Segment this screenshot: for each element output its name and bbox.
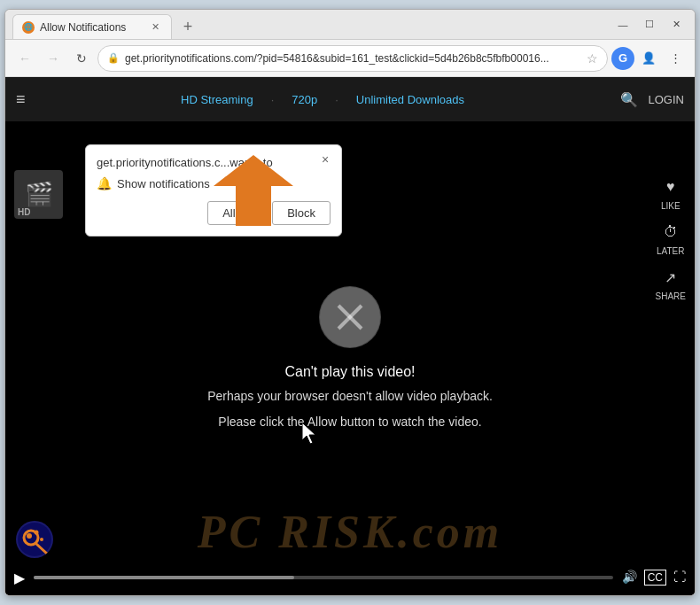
popup-site-row: get.prioritynotifications.c... wants to bbox=[97, 156, 331, 169]
like-label: LIKE bbox=[661, 201, 681, 211]
search-icon[interactable]: 🔍 bbox=[620, 91, 638, 108]
svg-point-7 bbox=[40, 538, 43, 541]
play-icon bbox=[319, 286, 381, 348]
720p-link[interactable]: 720p bbox=[292, 93, 317, 106]
popup-close-button[interactable]: × bbox=[316, 151, 334, 168]
block-button[interactable]: Block bbox=[272, 201, 331, 225]
progress-fill bbox=[34, 576, 294, 579]
nav-bar: ← → ↻ 🔒 get.prioritynotifications.com/?p… bbox=[5, 40, 695, 77]
profile-button[interactable]: 👤 bbox=[636, 46, 661, 71]
site-header: ≡ HD Streaming · 720p · Unlimited Downlo… bbox=[5, 77, 695, 121]
show-notifications-text: Show notifications bbox=[117, 177, 210, 190]
cant-play-text: Can't play this video! bbox=[284, 364, 415, 380]
tab-area: 🌐 Allow Notifications ✕ + bbox=[12, 10, 611, 39]
fullscreen-icon[interactable]: ⛶ bbox=[673, 570, 686, 586]
back-button[interactable]: ← bbox=[12, 46, 37, 71]
svg-point-6 bbox=[35, 531, 39, 535]
forward-button[interactable]: → bbox=[41, 46, 66, 71]
popup-wants-text: wants to bbox=[229, 156, 272, 169]
active-tab[interactable]: 🌐 Allow Notifications ✕ bbox=[12, 14, 172, 39]
like-button[interactable]: ♥ LIKE bbox=[656, 175, 686, 211]
bell-icon: 🔔 bbox=[97, 176, 112, 190]
video-placeholder: Can't play this video! Perhaps your brow… bbox=[207, 286, 493, 431]
login-button[interactable]: LOGIN bbox=[649, 93, 684, 106]
popup-site-name: get.prioritynotifications.c... bbox=[97, 156, 229, 169]
progress-bar[interactable] bbox=[34, 576, 613, 579]
title-bar: 🌐 Allow Notifications ✕ + — ☐ ✕ bbox=[5, 10, 695, 40]
notification-popup: × get.prioritynotifications.c... wants t… bbox=[85, 144, 342, 237]
cc-icon[interactable]: CC bbox=[644, 570, 666, 586]
video-controls: ▶ 🔊 CC ⛶ bbox=[5, 560, 695, 595]
hamburger-menu[interactable]: ≡ bbox=[16, 90, 26, 109]
hd-streaming-link[interactable]: HD Streaming bbox=[181, 93, 253, 106]
left-thumbnail: 🎬 HD bbox=[14, 170, 63, 219]
logo-circle bbox=[16, 521, 53, 558]
g-button[interactable]: G bbox=[611, 47, 634, 70]
tab-close-button[interactable]: ✕ bbox=[148, 20, 162, 35]
browser-window: 🌐 Allow Notifications ✕ + — ☐ ✕ ← → ↻ 🔒 … bbox=[4, 9, 696, 596]
watermark-text: PC RISK.com bbox=[198, 506, 503, 558]
share-icon: ↗ bbox=[658, 265, 683, 290]
video-subtext-2: Please click the Allow button to watch t… bbox=[218, 413, 481, 431]
share-button[interactable]: ↗ SHARE bbox=[656, 265, 686, 301]
menu-button[interactable]: ⋮ bbox=[663, 46, 688, 71]
tab-title: Allow Notifications bbox=[40, 21, 143, 34]
share-label: SHARE bbox=[656, 291, 686, 301]
play-button[interactable] bbox=[319, 286, 381, 348]
new-tab-button[interactable]: + bbox=[175, 14, 200, 39]
refresh-button[interactable]: ↻ bbox=[69, 46, 94, 71]
heart-icon: ♥ bbox=[658, 175, 683, 199]
video-subtext-1: Perhaps your browser doesn't allow video… bbox=[207, 387, 493, 406]
watermark: PC RISK.com bbox=[5, 506, 695, 558]
popup-notification-row: 🔔 Show notifications bbox=[97, 176, 331, 190]
close-button[interactable]: ✕ bbox=[665, 16, 688, 34]
svg-point-3 bbox=[18, 523, 51, 556]
thumbnail-image: 🎬 HD bbox=[14, 170, 63, 219]
popup-buttons: Allow Block bbox=[97, 201, 331, 225]
later-button[interactable]: ⏱ LATER bbox=[656, 220, 686, 256]
minimize-button[interactable]: — bbox=[611, 16, 634, 34]
logo-icon bbox=[17, 522, 52, 557]
page-content: ≡ HD Streaming · 720p · Unlimited Downlo… bbox=[5, 77, 695, 595]
watermark-logo bbox=[16, 521, 53, 558]
unlimited-downloads-link[interactable]: Unlimited Downloads bbox=[356, 93, 464, 106]
address-bar[interactable]: 🔒 get.prioritynotifications.com/?pid=548… bbox=[97, 45, 608, 72]
address-text: get.prioritynotifications.com/?pid=54816… bbox=[125, 52, 581, 65]
tab-favicon: 🌐 bbox=[22, 21, 35, 34]
site-header-right: 🔍 LOGIN bbox=[620, 91, 684, 108]
clock-icon: ⏱ bbox=[658, 220, 683, 244]
separator-2: · bbox=[335, 93, 338, 106]
right-sidebar: ♥ LIKE ⏱ LATER ↗ SHARE bbox=[656, 175, 686, 301]
volume-icon[interactable]: 🔊 bbox=[622, 570, 637, 586]
window-controls: — ☐ ✕ bbox=[611, 16, 688, 34]
vc-icons: 🔊 CC ⛶ bbox=[622, 570, 686, 586]
separator-1: · bbox=[271, 93, 275, 106]
later-label: LATER bbox=[657, 246, 685, 256]
vc-play-button[interactable]: ▶ bbox=[14, 570, 25, 586]
nav-right-icons: G 👤 ⋮ bbox=[611, 46, 688, 71]
bookmark-icon[interactable]: ☆ bbox=[587, 51, 598, 66]
site-features: HD Streaming · 720p · Unlimited Download… bbox=[35, 93, 611, 106]
allow-button[interactable]: Allow bbox=[207, 201, 265, 225]
svg-point-5 bbox=[27, 533, 32, 539]
lock-icon: 🔒 bbox=[107, 52, 120, 64]
maximize-button[interactable]: ☐ bbox=[638, 16, 661, 34]
